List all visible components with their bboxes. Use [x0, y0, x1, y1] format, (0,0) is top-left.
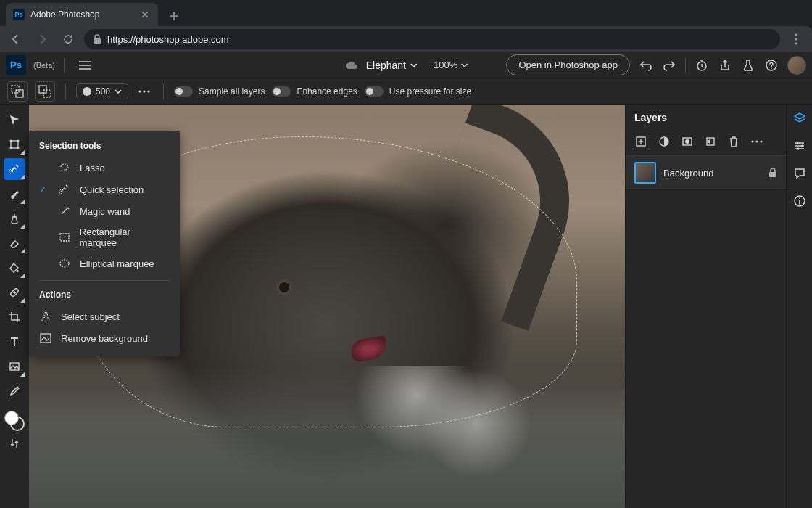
zoom-dropdown[interactable]: 100% [434, 60, 468, 70]
comments-rail-icon[interactable] [792, 165, 808, 181]
url-bar[interactable]: https://photoshop.adobe.com [84, 29, 780, 49]
browser-tab[interactable]: Ps Adobe Photoshop [6, 3, 158, 26]
svg-point-24 [685, 139, 689, 144]
ellipse-marquee-icon [58, 257, 71, 270]
svg-point-14 [10, 140, 12, 142]
svg-point-37 [44, 313, 48, 316]
back-icon[interactable] [6, 29, 26, 49]
svg-point-28 [760, 140, 762, 142]
share-icon[interactable] [718, 58, 732, 73]
color-swatches[interactable] [4, 411, 25, 431]
layers-rail-icon[interactable] [792, 110, 808, 126]
quick-selection-icon [58, 183, 71, 196]
photoshop-favicon: Ps [13, 9, 25, 20]
flyout-item-lasso[interactable]: Lasso [29, 157, 180, 179]
beta-label: (Beta) [33, 61, 55, 70]
subtract-selection-icon[interactable] [35, 81, 55, 102]
brush-size-dropdown[interactable]: 500 [76, 83, 128, 99]
toggle-switch[interactable] [272, 86, 291, 97]
chevron-down-icon [460, 63, 468, 67]
svg-point-27 [755, 140, 758, 142]
heal-tool[interactable] [4, 282, 25, 303]
move-tool[interactable] [4, 109, 25, 131]
flyout-action-select-subject[interactable]: Select subject [29, 306, 180, 327]
flyout-item-rect-marquee[interactable]: Rectangular marquee [29, 222, 180, 253]
reload-icon[interactable] [58, 29, 78, 49]
close-tab-icon[interactable] [139, 9, 151, 20]
svg-point-30 [796, 142, 798, 144]
sample-all-toggle[interactable]: Sample all layers [174, 86, 265, 97]
lock-icon[interactable] [768, 168, 777, 178]
url-text: https://photoshop.adobe.com [107, 34, 229, 45]
svg-point-10 [138, 90, 141, 92]
help-icon[interactable] [764, 58, 779, 73]
clip-icon[interactable] [704, 135, 717, 148]
toggle-switch[interactable] [365, 86, 384, 97]
forward-icon[interactable] [32, 29, 52, 49]
toggle-switch[interactable] [174, 86, 193, 97]
layer-thumbnail [634, 162, 656, 184]
select-subject-icon [39, 310, 52, 323]
browser-menu-icon[interactable] [786, 33, 806, 45]
fg-color-swatch[interactable] [4, 411, 19, 425]
properties-rail-icon[interactable] [792, 138, 808, 154]
chevron-down-icon [410, 63, 418, 67]
delete-layer-icon[interactable] [727, 135, 740, 148]
svg-point-3 [795, 42, 797, 44]
enhance-edges-toggle[interactable]: Enhance edges [272, 86, 357, 97]
flyout-heading-actions: Actions [29, 287, 180, 306]
app-header: Ps (Beta) Elephant 100% Open in Photosho… [0, 52, 812, 78]
svg-point-16 [10, 147, 12, 149]
tab-title: Adobe Photoshop [30, 9, 99, 20]
mask-icon[interactable] [681, 135, 694, 148]
swap-colors-icon[interactable] [10, 438, 19, 448]
timer-icon[interactable] [695, 58, 709, 73]
flyout-action-remove-bg[interactable]: Remove background [29, 327, 180, 349]
divider [65, 83, 66, 99]
flyout-item-ellipse-marquee[interactable]: Elliptical marquee [29, 253, 180, 274]
add-layer-icon[interactable] [634, 135, 647, 148]
pressure-toggle[interactable]: Use pressure for size [365, 86, 471, 97]
svg-rect-7 [16, 90, 23, 97]
user-avatar[interactable] [787, 56, 806, 75]
tab-strip: Ps Adobe Photoshop [0, 0, 812, 26]
info-rail-icon[interactable] [792, 193, 808, 209]
place-image-tool[interactable] [4, 356, 25, 377]
svg-point-31 [800, 145, 803, 147]
undo-icon[interactable] [639, 58, 653, 73]
flyout-item-quick-selection[interactable]: ✓ Quick selection [29, 179, 180, 200]
layers-panel: Layers Background [625, 105, 786, 508]
check-icon: ✓ [39, 184, 49, 194]
new-tab-icon[interactable] [164, 6, 184, 26]
svg-rect-29 [769, 172, 776, 177]
text-tool[interactable] [4, 331, 25, 353]
fill-tool[interactable] [4, 257, 25, 279]
crop-tool[interactable] [4, 306, 25, 328]
document-name-dropdown[interactable]: Elephant [366, 60, 418, 71]
brush-tool[interactable] [4, 183, 25, 205]
eraser-tool[interactable] [4, 232, 25, 254]
eyedropper-tool[interactable] [4, 380, 25, 402]
quick-selection-tool[interactable] [4, 158, 25, 180]
svg-point-15 [17, 140, 20, 142]
svg-rect-20 [10, 363, 19, 370]
svg-point-36 [60, 260, 69, 267]
flyout-item-magic-wand[interactable]: Magic wand [29, 200, 180, 222]
svg-point-2 [795, 38, 797, 40]
clone-stamp-tool[interactable] [4, 208, 25, 229]
transform-tool[interactable] [4, 134, 25, 155]
open-in-app-button[interactable]: Open in Photoshop app [506, 54, 630, 75]
adjustment-layer-icon[interactable] [658, 135, 671, 148]
hamburger-menu-icon[interactable] [76, 57, 94, 74]
photoshop-logo-icon[interactable]: Ps [6, 55, 26, 75]
layer-row[interactable]: Background [626, 155, 786, 190]
add-selection-icon[interactable] [7, 81, 28, 102]
svg-rect-13 [11, 141, 18, 148]
right-rail [786, 105, 812, 508]
layer-more-icon[interactable] [750, 135, 763, 148]
beaker-icon[interactable] [741, 58, 755, 73]
remove-bg-icon [39, 332, 52, 345]
cloud-icon [344, 60, 359, 70]
redo-icon[interactable] [662, 58, 676, 73]
brush-more-icon[interactable] [136, 90, 153, 93]
